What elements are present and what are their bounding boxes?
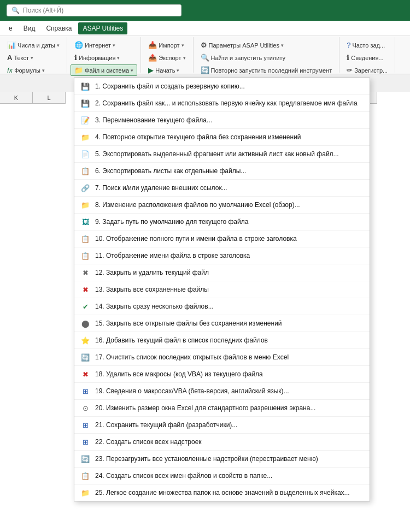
dropdown-item-11-text: 11. Отображение имени файла в строке заг… <box>95 252 364 259</box>
dropdown-item-9[interactable]: 🖼9. Задать путь по умолчанию для текущег… <box>74 214 370 230</box>
dropdown-item-3[interactable]: 📝3. Переименование текущего файла... <box>74 112 370 129</box>
dropdown-item-23[interactable]: 🔄23. Перезагрузить все установленные над… <box>74 451 370 468</box>
dropdown-item-20-icon: ⊙ <box>80 403 91 413</box>
ribbon-btn-start-label: Начать <box>155 67 175 74</box>
dropdown-item-17[interactable]: 🔄17. Очистить список последних открытых … <box>74 349 370 366</box>
dropdown-item-11-icon: 📋 <box>80 250 91 261</box>
menu-item-help[interactable]: Справка <box>42 22 76 34</box>
faq-icon: ? <box>347 41 350 49</box>
dropdown-item-2-text: 2. Сохранить файл как... и использовать … <box>95 99 364 107</box>
dropdown-item-24[interactable]: 📋24. Создать список всех имен файлов и с… <box>74 468 370 484</box>
dropdown-item-10[interactable]: 📋10. Отображение полного пути и имени фа… <box>74 230 370 247</box>
dropdown-item-16-text: 16. Добавить текущий файл в список после… <box>95 336 364 344</box>
dropdown-item-15-icon: ⬤ <box>80 318 91 329</box>
search-icon: 🔍 <box>11 7 20 14</box>
chevron-text: ▾ <box>31 55 33 61</box>
dropdown-item-20[interactable]: ⊙20. Изменить размер окна Excel для стан… <box>74 400 370 417</box>
dropdown-item-14[interactable]: ✔14. Закрыть сразу несколько файлов... <box>74 298 370 315</box>
dropdown-item-19-icon: ⊞ <box>80 386 91 397</box>
dropdown-item-10-text: 10. Отображение полного пути и имени фай… <box>95 235 364 243</box>
dropdown-item-13-icon: ✖ <box>80 284 91 295</box>
internet-icon: 🌐 <box>74 41 83 49</box>
dropdown-item-16[interactable]: ⭐16. Добавить текущий файл в список посл… <box>74 332 370 349</box>
dropdown-item-12-text: 12. Закрыть и удалить текущий файл <box>95 269 364 276</box>
ribbon-btn-internet[interactable]: 🌐 Интернет ▾ <box>71 39 137 51</box>
dropdown-item-8[interactable]: 📁8. Изменение расположения файлов по умо… <box>74 197 370 214</box>
search-input[interactable] <box>23 7 177 14</box>
dropdown-item-18-text: 18. Удалить все макросы (код VBA) из тек… <box>95 370 364 378</box>
dropdown-item-18[interactable]: ✖18. Удалить все макросы (код VBA) из те… <box>74 366 370 383</box>
dropdown-item-1-text: 1. Сохранить файл и создать резервную ко… <box>95 82 364 90</box>
file-system-dropdown: 💾1. Сохранить файл и создать резервную к… <box>74 78 370 501</box>
chevron-info: ▾ <box>117 55 120 61</box>
dropdown-item-25-text: 25. Легкое создание множества папок на о… <box>95 489 364 496</box>
dropdown-item-4-icon: 📁 <box>80 132 91 143</box>
ribbon-btn-params[interactable]: ⚙ Параметры ASAP Utilities ▾ <box>197 39 336 51</box>
register-icon: ✏ <box>347 66 353 74</box>
col-header-l: L <box>33 92 66 104</box>
dropdown-item-7[interactable]: 🔗7. Поиск и/или удаление внешних ссылок.… <box>74 180 370 197</box>
dropdown-item-5-icon: 📄 <box>80 149 91 159</box>
search-box[interactable]: 🔍 <box>7 4 181 16</box>
ribbon-btn-about-label: Сведения... <box>351 55 383 61</box>
ribbon-btn-register-label: Зарегистр... <box>354 67 388 74</box>
ribbon-btn-info[interactable]: ℹ Информация ▾ <box>71 52 137 63</box>
dropdown-item-17-icon: 🔄 <box>80 352 91 363</box>
dropdown-item-4[interactable]: 📁4. Повторное открытие текущего файла бе… <box>74 129 370 146</box>
dropdown-item-17-text: 17. Очистить список последних открытых ф… <box>95 353 364 361</box>
menu-item-e[interactable]: е <box>4 22 17 34</box>
ribbon-btn-import[interactable]: 📥 Импорт ▾ <box>144 39 189 51</box>
export-icon: 📤 <box>148 54 157 62</box>
dropdown-item-5-text: 5. Экспортировать выделенный фрагмент ил… <box>95 150 364 158</box>
ribbon-btn-params-label: Параметры ASAP Utilities <box>209 42 279 49</box>
dropdown-item-21[interactable]: ⊞21. Сохранить текущий файл (разработчик… <box>74 417 370 434</box>
dropdown-item-24-text: 24. Создать список всех имен файлов и св… <box>95 472 364 480</box>
dropdown-item-3-icon: 📝 <box>80 115 91 126</box>
menu-item-asap[interactable]: ASAP Utilities <box>78 22 127 34</box>
ribbon-btn-rerun[interactable]: 🔄 Повторно запустить последний инструмен… <box>197 64 336 76</box>
dropdown-item-4-text: 4. Повторное открытие текущего файла без… <box>95 133 364 141</box>
ribbon-btn-find[interactable]: 🔍 Найти и запустить утилиту <box>197 52 336 63</box>
about-icon: ℹ <box>347 54 349 62</box>
dropdown-item-13[interactable]: ✖13. Закрыть все сохраненные файлы <box>74 281 370 298</box>
ribbon-btn-find-label: Найти и запустить утилиту <box>211 55 286 61</box>
ribbon-btn-register[interactable]: ✏ Зарегистр... <box>343 64 391 76</box>
dropdown-item-1[interactable]: 💾1. Сохранить файл и создать резервную к… <box>74 78 370 95</box>
dropdown-item-10-icon: 📋 <box>80 233 91 244</box>
ribbon-btn-about[interactable]: ℹ Сведения... <box>343 52 391 63</box>
ribbon-btn-file[interactable]: 📁 Файл и система ▾ <box>71 64 137 76</box>
chevron-formulas: ▾ <box>42 68 45 73</box>
dropdown-item-2[interactable]: 💾2. Сохранить файл как... и использовать… <box>74 95 370 112</box>
ribbon-btn-formulas[interactable]: fx Формулы ▾ <box>3 64 63 76</box>
dropdown-item-25[interactable]: 📁25. Легкое создание множества папок на … <box>74 484 370 501</box>
dropdown-item-5[interactable]: 📄5. Экспортировать выделенный фрагмент и… <box>74 146 370 163</box>
ribbon-btn-start[interactable]: ▶ Начать ▾ <box>144 64 189 76</box>
ribbon-btn-formulas-label: Формулы <box>14 67 40 74</box>
dropdown-item-16-icon: ⭐ <box>80 335 91 346</box>
ribbon-btn-file-label: Файл и система <box>85 67 129 74</box>
menu-bar: е Вид Справка ASAP Utilities <box>0 21 410 36</box>
ribbon-btn-export[interactable]: 📤 Экспорт ▾ <box>144 52 189 63</box>
dropdown-item-6-icon: 📋 <box>80 165 91 176</box>
dropdown-item-15[interactable]: ⬤15. Закрыть все открытые файлы без сохр… <box>74 315 370 332</box>
dropdown-item-6[interactable]: 📋6. Экспортировать листы как отдельные ф… <box>74 163 370 180</box>
dropdown-item-22[interactable]: ⊞22. Создать список всех надстроек <box>74 434 370 451</box>
dropdown-item-9-text: 9. Задать путь по умолчанию для текущего… <box>95 218 364 226</box>
dropdown-item-1-icon: 💾 <box>80 81 91 92</box>
ribbon-btn-faq[interactable]: ? Часто зад... <box>343 39 391 51</box>
chevron-numbers: ▾ <box>57 43 60 48</box>
dropdown-item-7-icon: 🔗 <box>80 182 91 193</box>
dropdown-item-19[interactable]: ⊞19. Сведения о макросах/VBA (бета-верси… <box>74 383 370 400</box>
ribbon-group-3: 📥 Импорт ▾ 📤 Экспорт ▾ ▶ Начать ▾ <box>141 37 193 73</box>
dropdown-item-24-icon: 📋 <box>80 470 91 481</box>
ribbon-btn-text[interactable]: A Текст ▾ <box>3 52 63 63</box>
ribbon: 📊 Числа и даты ▾ A Текст ▾ fx Формулы ▾ … <box>0 36 410 74</box>
dropdown-item-12[interactable]: ✖12. Закрыть и удалить текущий файл <box>74 264 370 281</box>
dropdown-item-7-text: 7. Поиск и/или удаление внешних ссылок..… <box>95 184 364 192</box>
dropdown-item-23-icon: 🔄 <box>80 453 91 464</box>
ribbon-btn-export-label: Экспорт <box>159 55 181 61</box>
dropdown-item-13-text: 13. Закрыть все сохраненные файлы <box>95 286 364 293</box>
dropdown-item-11[interactable]: 📋11. Отображение имени файла в строке за… <box>74 247 370 264</box>
ribbon-btn-numbers[interactable]: 📊 Числа и даты ▾ <box>3 39 63 51</box>
menu-item-view[interactable]: Вид <box>19 22 40 34</box>
